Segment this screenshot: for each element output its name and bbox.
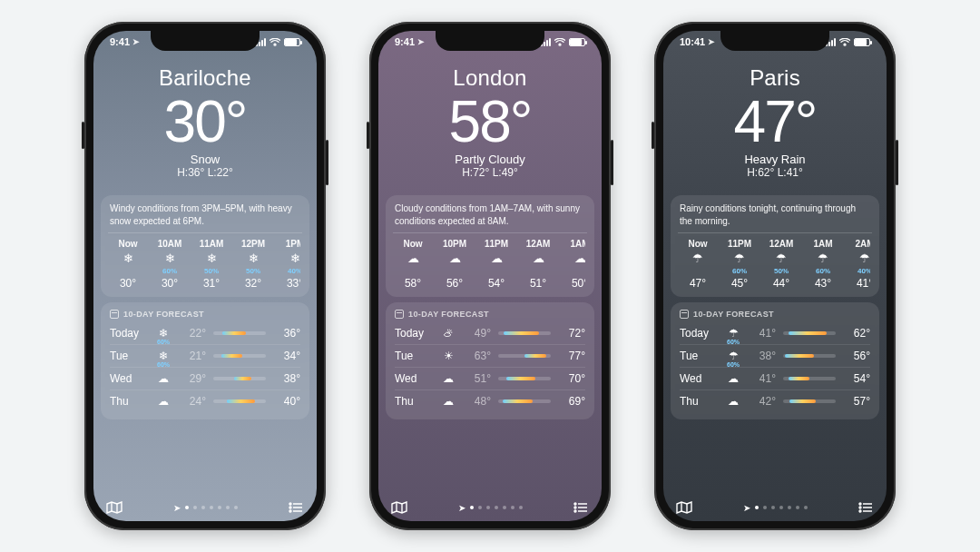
daily-list: Today☂︎60%41°62°Tue☂︎60%38°56°Wed☁︎41°54…: [680, 322, 870, 412]
daily-row[interactable]: Thu☁︎24°40°: [110, 389, 300, 412]
day-name: Tue: [110, 350, 146, 362]
status-right: [826, 38, 870, 46]
hourly-item[interactable]: 11PM☂︎60%45°: [721, 239, 758, 290]
hourly-item[interactable]: 1AM☂︎60%43°: [805, 239, 841, 290]
daily-row[interactable]: Today☂︎60%41°62°: [680, 322, 870, 344]
hourly-item[interactable]: 10PM☁︎56°: [436, 239, 473, 290]
daily-row[interactable]: Thu☁︎42°57°: [680, 389, 870, 412]
hourly-card[interactable]: Windy conditions from 3PM–5PM, with heav…: [101, 195, 309, 297]
phone-screen: 10:41➤Paris47°Heavy RainH:62° L:41°Rainy…: [663, 31, 887, 521]
hourly-item[interactable]: 11PM☁︎54°: [478, 239, 514, 290]
day-low: 63°: [466, 350, 491, 362]
hour-label: Now: [118, 239, 137, 249]
weather-icon: ☁︎: [491, 251, 503, 264]
current-temp: 47°: [671, 93, 879, 151]
list-icon[interactable]: [858, 501, 874, 514]
day-high: 57°: [843, 395, 870, 408]
day-low: 22°: [181, 327, 206, 340]
notch: [436, 31, 544, 51]
temp-range-bar: [783, 354, 836, 358]
city-name: Bariloche: [101, 65, 309, 91]
list-icon[interactable]: [573, 501, 589, 514]
hour-temp: 45°: [731, 277, 748, 290]
hour-label: 11PM: [485, 239, 508, 249]
day-icon: ☁︎: [723, 395, 743, 408]
daily-row[interactable]: Today⛅︎49°72°: [395, 322, 585, 344]
daily-card[interactable]: 10-DAY FORECASTToday❄︎60%22°36°Tue❄︎60%2…: [101, 302, 309, 419]
hourly-item[interactable]: Now❄︎30°: [110, 239, 146, 290]
bottom-bar: ➤: [663, 501, 887, 514]
daily-row[interactable]: Wed☁︎51°70°: [395, 367, 585, 389]
list-icon[interactable]: [288, 501, 304, 514]
precip-chance: 60%: [816, 267, 830, 274]
hourly-item[interactable]: Now☂︎47°: [680, 239, 716, 290]
high-low: H:62° L:41°: [671, 166, 879, 179]
page-dots[interactable]: ➤: [173, 503, 238, 513]
svg-point-4: [574, 507, 576, 508]
weather-icon: ☁︎: [574, 251, 586, 264]
hourly-card[interactable]: Cloudy conditions from 1AM–7AM, with sun…: [386, 195, 594, 297]
battery-icon: [569, 38, 585, 46]
hour-temp: 31°: [203, 277, 220, 290]
page-dots[interactable]: ➤: [458, 503, 523, 513]
status-time-wrap: 9:41➤: [395, 36, 425, 47]
hour-temp: 41°: [857, 277, 870, 290]
hourly-item[interactable]: 1AM☁︎50°: [562, 239, 585, 290]
weather-icon: ☂︎: [729, 327, 739, 340]
phone-screen: 9:41➤London58°Partly CloudyH:72° L:49°Cl…: [378, 31, 602, 521]
map-icon[interactable]: [106, 501, 122, 514]
status-time: 9:41: [110, 36, 130, 47]
daily-row[interactable]: Today❄︎60%22°36°: [110, 322, 300, 344]
daily-row[interactable]: Wed☁︎41°54°: [680, 367, 870, 389]
hour-label: Now: [403, 239, 422, 249]
hourly-strip[interactable]: Now❄︎30°10AM❄︎60%30°11AM❄︎50%31°12PM❄︎50…: [110, 239, 300, 290]
divider: [678, 232, 872, 233]
day-icon: ☂︎60%: [723, 327, 743, 340]
hourly-item[interactable]: 10AM❄︎60%30°: [152, 239, 188, 290]
weather-icon: ❄︎: [123, 251, 133, 264]
daily-title-row: 10-DAY FORECAST: [395, 310, 585, 319]
daily-title-row: 10-DAY FORECAST: [110, 310, 300, 319]
page-dots[interactable]: ➤: [743, 503, 808, 513]
temp-range-bar: [213, 354, 266, 358]
map-icon[interactable]: [391, 501, 407, 514]
hourly-strip[interactable]: Now☂︎47°11PM☂︎60%45°12AM☂︎50%44°1AM☂︎60%…: [680, 239, 870, 290]
day-name: Wed: [395, 372, 431, 385]
condition-text: Heavy Rain: [671, 153, 879, 166]
weather-icon: ❄︎: [159, 350, 168, 362]
svg-point-6: [859, 503, 861, 505]
city-name: London: [386, 65, 594, 91]
hourly-card[interactable]: Rainy conditions tonight, continuing thr…: [671, 195, 879, 297]
hourly-item[interactable]: 2AM☂︎40%41°: [847, 239, 870, 290]
notch: [720, 31, 829, 51]
day-icon: ☁︎: [438, 372, 458, 385]
hourly-strip[interactable]: Now☁︎58°10PM☁︎56°11PM☁︎54°12AM☁︎51°1AM☁︎…: [395, 239, 585, 290]
daily-row[interactable]: Tue☂︎60%38°56°: [680, 344, 870, 367]
hourly-item[interactable]: 1PM❄︎40%33°: [277, 239, 300, 290]
hourly-item[interactable]: Now☁︎58°: [395, 239, 431, 290]
location-arrow-icon: ➤: [132, 37, 140, 46]
hourly-item[interactable]: 12AM☂︎50%44°: [763, 239, 799, 290]
weather-icon: ☁︎: [449, 251, 461, 264]
phone-frame: 9:41➤London58°Partly CloudyH:72° L:49°Cl…: [369, 22, 611, 530]
hour-label: 11AM: [200, 239, 224, 249]
hourly-item[interactable]: 12PM❄︎50%32°: [235, 239, 271, 290]
day-low: 42°: [750, 395, 776, 408]
daily-row[interactable]: Tue☀︎63°77°: [395, 344, 585, 367]
day-name: Thu: [395, 395, 431, 408]
weather-icon: ☁︎: [533, 251, 544, 264]
daily-card[interactable]: 10-DAY FORECASTToday⛅︎49°72°Tue☀︎63°77°W…: [386, 302, 594, 419]
content: Paris47°Heavy RainH:62° L:41°Rainy condi…: [663, 56, 887, 521]
daily-row[interactable]: Thu☁︎48°69°: [395, 389, 585, 412]
hourly-item[interactable]: 11AM❄︎50%31°: [193, 239, 230, 290]
daily-card[interactable]: 10-DAY FORECASTToday☂︎60%41°62°Tue☂︎60%3…: [671, 302, 879, 419]
map-icon[interactable]: [676, 501, 692, 514]
day-high: 36°: [273, 327, 300, 340]
content: London58°Partly CloudyH:72° L:49°Cloudy …: [378, 56, 602, 521]
daily-row[interactable]: Tue❄︎60%21°34°: [110, 344, 300, 367]
hourly-item[interactable]: 12AM☁︎51°: [520, 239, 556, 290]
weather-icon: ❄︎: [249, 251, 259, 264]
svg-point-1: [289, 507, 291, 508]
daily-row[interactable]: Wed☁︎29°38°: [110, 367, 300, 389]
weather-icon: ❄︎: [207, 251, 217, 264]
